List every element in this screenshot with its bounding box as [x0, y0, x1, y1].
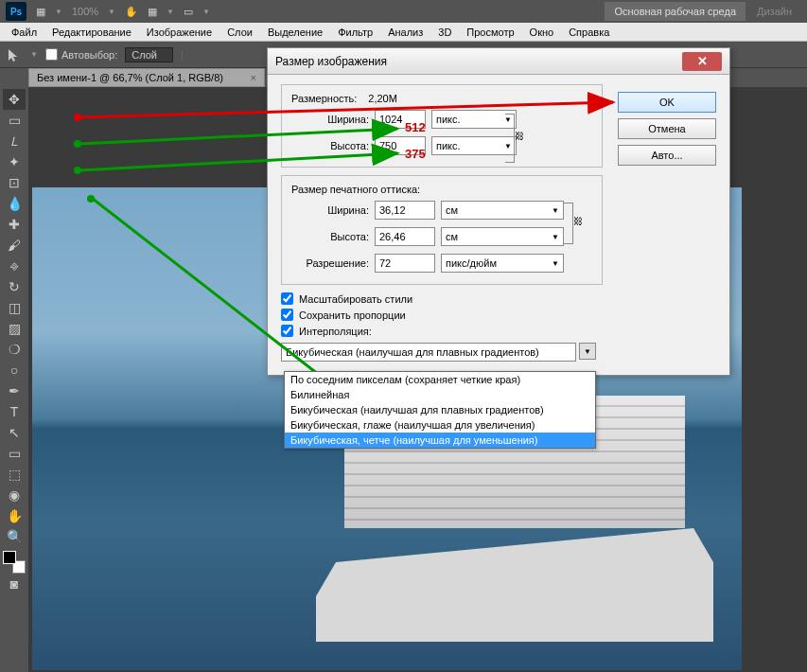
image-size-dialog: Размер изображения ✕ Размерность: 2,20M …: [267, 47, 730, 376]
dropdown-icon[interactable]: ▼: [30, 50, 38, 59]
menu-window[interactable]: Окно: [522, 25, 562, 40]
layer-select[interactable]: Слой: [125, 47, 173, 62]
menu-help[interactable]: Справка: [561, 25, 617, 40]
menu-filter[interactable]: Фильтр: [330, 25, 380, 40]
shape-tool[interactable]: ▭: [3, 443, 26, 464]
crop-tool[interactable]: ⊡: [3, 172, 26, 193]
fg-color-swatch[interactable]: [3, 551, 16, 564]
document-tab[interactable]: Без имени-1 @ 66,7% (Слой 1, RGB/8) ×: [28, 68, 265, 87]
eyedropper-tool[interactable]: 💧: [3, 193, 26, 214]
interpolation-select[interactable]: Бикубическая (наилучшая для плавных град…: [281, 343, 576, 362]
print-height-input[interactable]: [375, 227, 435, 246]
interpolation-dropdown-button[interactable]: ▼: [579, 343, 596, 360]
menu-file[interactable]: Файл: [4, 25, 44, 40]
height-unit-select[interactable]: пикс.▼: [431, 136, 517, 155]
blur-tool[interactable]: ❍: [3, 339, 26, 360]
print-width-input[interactable]: [375, 201, 435, 220]
dialog-title: Размер изображения: [275, 55, 387, 68]
link-icon[interactable]: ⛓: [515, 131, 524, 141]
divider-icon: |: [181, 49, 184, 61]
dialog-buttons: OK Отмена Авто...: [618, 92, 716, 166]
type-tool[interactable]: T: [3, 401, 26, 422]
menu-view[interactable]: Просмотр: [459, 25, 521, 40]
marquee-tool[interactable]: ▭: [3, 110, 26, 131]
move-tool[interactable]: ✥: [3, 89, 26, 110]
zoom-tool[interactable]: 🔍: [3, 526, 26, 547]
menu-select[interactable]: Выделение: [260, 25, 330, 40]
dropdown-icon[interactable]: ▼: [202, 8, 210, 16]
wand-tool[interactable]: ✦: [3, 151, 26, 172]
brush-tool[interactable]: 🖌: [3, 235, 26, 256]
dimensionality-value: 2,20M: [368, 93, 397, 104]
link-icon[interactable]: ⛓: [573, 216, 583, 226]
interp-option-bicubic-smoother[interactable]: Бикубическая, глаже (наилучшая для увели…: [285, 417, 595, 433]
quickmask-tool[interactable]: ◙: [3, 574, 26, 594]
menu-layers[interactable]: Слои: [219, 25, 260, 40]
move-tool-icon: [6, 46, 23, 63]
keep-proportions-checkbox[interactable]: [281, 309, 293, 321]
hand-tool[interactable]: ✋: [3, 505, 26, 526]
zoom-level[interactable]: 100%: [72, 6, 98, 17]
autoselect-checkbox[interactable]: Автовыбор:: [45, 48, 117, 61]
stamp-tool[interactable]: ⎆: [3, 256, 26, 276]
workspace-tab-design[interactable]: Дизайн: [747, 2, 801, 21]
menu-edit[interactable]: Редактирование: [44, 25, 139, 40]
color-swatches[interactable]: [3, 551, 26, 574]
interpolation-checkbox[interactable]: [281, 325, 293, 337]
close-tab-icon[interactable]: ×: [251, 72, 256, 83]
heal-tool[interactable]: ✚: [3, 214, 26, 235]
interp-option-bicubic[interactable]: Бикубическая (наилучшая для плавных град…: [285, 402, 595, 417]
app-top-bar: Ps ▦ ▼ 100% ▼ ✋ ▦ ▼ ▭ ▼ Основная рабочая…: [0, 0, 807, 23]
pen-tool[interactable]: ✒: [3, 380, 26, 401]
3d-camera-tool[interactable]: ◉: [3, 485, 26, 505]
bridge-icon[interactable]: ▦: [36, 6, 45, 18]
path-tool[interactable]: ↖: [3, 422, 26, 443]
grid-icon[interactable]: ▦: [148, 6, 157, 18]
cancel-button[interactable]: Отмена: [618, 118, 716, 139]
print-size-group: Размер печатного оттиска: Ширина: см▼ Вы…: [281, 175, 603, 285]
interp-option-bicubic-sharper[interactable]: Бикубическая, четче (наилучшая для умень…: [285, 433, 595, 448]
interpolation-row[interactable]: Интерполяция:: [281, 325, 716, 337]
resolution-label: Разрешение:: [291, 257, 369, 269]
auto-button[interactable]: Авто...: [618, 145, 716, 166]
resolution-input[interactable]: [375, 254, 435, 273]
scale-styles-checkbox[interactable]: [281, 292, 293, 305]
interpolation-dropdown: По соседним пикселам (сохраняет четкие к…: [284, 371, 596, 449]
width-unit-select[interactable]: пикс.▼: [431, 110, 517, 129]
link-bracket-icon: [505, 114, 515, 163]
menu-analysis[interactable]: Анализ: [380, 25, 430, 40]
interp-option-nearest[interactable]: По соседним пикселам (сохраняет четкие к…: [285, 372, 595, 387]
print-width-label: Ширина:: [291, 204, 369, 216]
dropdown-icon[interactable]: ▼: [55, 8, 62, 16]
workspace-tab-main[interactable]: Основная рабочая среда: [605, 2, 746, 21]
lasso-tool[interactable]: 𝘓: [3, 131, 26, 151]
resolution-unit-select[interactable]: пикс/дюйм▼: [441, 254, 564, 273]
interp-option-bilinear[interactable]: Билинейная: [285, 387, 595, 402]
keep-proportions-row[interactable]: Сохранить пропорции: [281, 309, 716, 321]
scale-styles-row[interactable]: Масштабировать стили: [281, 292, 716, 305]
menu-image[interactable]: Изображение: [139, 25, 219, 40]
gradient-tool[interactable]: ▨: [3, 318, 26, 339]
dropdown-icon[interactable]: ▼: [108, 8, 115, 16]
hand-icon[interactable]: ✋: [125, 6, 138, 18]
print-height-unit-select[interactable]: см▼: [441, 227, 564, 246]
print-width-unit-select[interactable]: см▼: [441, 201, 564, 220]
autoselect-input[interactable]: [45, 48, 58, 61]
dodge-tool[interactable]: ○: [3, 360, 26, 380]
print-size-label: Размер печатного оттиска:: [291, 184, 592, 195]
keep-proportions-label: Сохранить пропорции: [299, 309, 406, 321]
dimensionality-label: Размерность:: [291, 93, 357, 104]
menu-3d[interactable]: 3D: [430, 25, 459, 40]
scale-styles-label: Масштабировать стили: [299, 293, 412, 305]
eraser-tool[interactable]: ◫: [3, 297, 26, 318]
link-bracket-icon: [564, 203, 573, 244]
3d-tool[interactable]: ⬚: [3, 464, 26, 485]
width-label: Ширина:: [291, 114, 369, 125]
dialog-titlebar[interactable]: Размер изображения ✕: [268, 48, 729, 75]
dropdown-icon[interactable]: ▼: [167, 8, 174, 16]
ps-logo: Ps: [6, 2, 26, 21]
screen-mode-icon[interactable]: ▭: [184, 6, 193, 18]
close-button[interactable]: ✕: [682, 52, 722, 71]
ok-button[interactable]: OK: [618, 92, 716, 113]
history-brush-tool[interactable]: ↻: [3, 276, 26, 297]
